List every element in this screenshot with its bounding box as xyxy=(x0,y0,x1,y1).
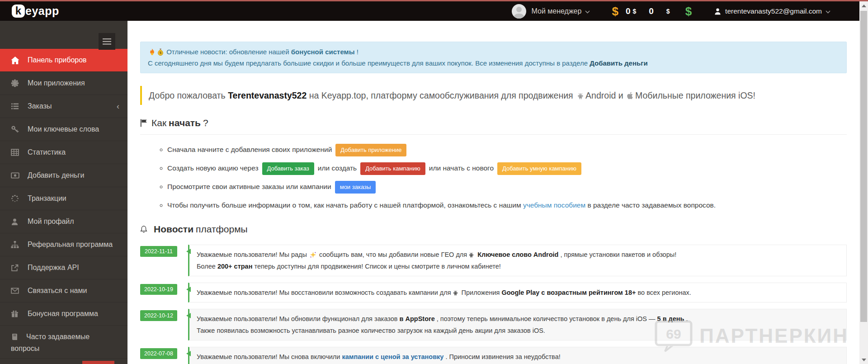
main-content: $ Отличные новости: обновление нашей бон… xyxy=(127,21,859,364)
triangle-up-icon xyxy=(862,5,866,7)
hamburger-icon xyxy=(103,38,111,45)
android-icon xyxy=(576,92,585,100)
envelope-icon xyxy=(11,288,20,294)
android-icon xyxy=(452,289,459,296)
manager-label: Мой менеджер xyxy=(532,7,582,15)
add-application-button[interactable]: Добавить приложение xyxy=(335,144,406,156)
alert-add-money-link[interactable]: Добавить деньги xyxy=(590,59,647,67)
orders-list-icon xyxy=(11,103,20,110)
svg-text:$: $ xyxy=(160,51,162,55)
sidebar-item-api-support[interactable]: Поддержка API xyxy=(0,256,127,279)
sidebar-item-contact[interactable]: Связаться с нами xyxy=(0,279,127,303)
sidebar-nav: Панель приборов Мои приложения Заказы ‹ … xyxy=(0,49,127,359)
tutorial-link[interactable]: учебным пособием xyxy=(523,201,585,209)
home-icon xyxy=(11,57,20,64)
news-item: 2022-10-19 Уважаемые пользователи! Мы во… xyxy=(140,283,847,303)
my-orders-button[interactable]: мои заказы xyxy=(335,181,376,194)
sparkle-icon xyxy=(310,251,316,258)
account-menu[interactable]: terentevanasty522@gmail.com xyxy=(714,7,830,15)
how-to-item-view-orders: Просмотрите свои активные заказы или кам… xyxy=(167,181,847,194)
chevron-down-icon xyxy=(826,7,830,15)
account-email: terentevanasty522@gmail.com xyxy=(725,7,822,15)
scrollbar-thumb[interactable] xyxy=(860,11,867,322)
welcome-banner: Добро пожаловать Terentevanasty522 на Ke… xyxy=(140,86,847,105)
profile-user-icon xyxy=(11,218,20,226)
news-list: 2022-11-11 Уважаемые пользователи! Мы ра… xyxy=(140,245,847,364)
gift-icon xyxy=(11,310,20,318)
bonus-currency: $ xyxy=(666,8,670,15)
cpi-campaigns-link[interactable]: кампании с ценой за установку xyxy=(342,353,443,360)
news-date-badge: 2022-07-08 xyxy=(140,348,177,359)
spinner-icon xyxy=(11,194,20,203)
external-link-icon xyxy=(11,264,20,272)
balance-currency: $ xyxy=(632,8,636,15)
news-body: Уважаемые пользователи! Мы обновили функ… xyxy=(188,309,847,340)
sidebar-item-faq[interactable]: Часто задаваемые вопросы xyxy=(0,326,127,359)
balance-amount: 0 xyxy=(626,6,631,16)
scroll-down-button[interactable] xyxy=(859,355,868,364)
sidebar-item-add-money[interactable]: Добавить деньги xyxy=(0,164,127,187)
user-icon xyxy=(714,8,721,15)
news-date-badge: 2022-11-11 xyxy=(140,246,177,257)
sidebar-item-statistics[interactable]: Статистика xyxy=(0,141,127,164)
page-scrollbar[interactable] xyxy=(859,1,868,364)
bonus-news-alert: $ Отличные новости: обновление нашей бон… xyxy=(140,42,847,73)
platform-news-heading: Новости платформы xyxy=(140,224,847,235)
balances: $ 0 $ 0 $ $ xyxy=(612,5,692,17)
news-body: Уважаемые пользователи! Мы рады сообщить… xyxy=(188,245,847,276)
topbar: k eyapp Мой менеджер $ 0 $ 0 $ $ terente… xyxy=(0,1,859,21)
android-icon xyxy=(468,251,475,258)
sitemap-icon xyxy=(11,241,20,248)
manager-avatar xyxy=(512,4,526,19)
apps-icon xyxy=(11,79,20,87)
news-item: 2022-11-11 Уважаемые пользователи! Мы ра… xyxy=(140,245,847,276)
sidebar-toggle-button[interactable] xyxy=(99,33,115,50)
keyapp-logo[interactable]: k eyapp xyxy=(12,5,59,18)
sidebar-item-my-apps[interactable]: Мои приложения xyxy=(0,72,127,95)
add-order-button[interactable]: Добавить заказ xyxy=(262,162,314,175)
how-to-item-add-app: Сначала начните с добавления своих прило… xyxy=(167,144,847,156)
manager-menu[interactable]: Мой менеджер xyxy=(512,4,590,19)
bonus-dollar-icon[interactable]: $ xyxy=(685,5,692,17)
sidebar-item-bonus[interactable]: Бонусная программа xyxy=(0,303,127,326)
add-campaign-button[interactable]: Добавить кампанию xyxy=(360,162,425,175)
news-body: Уважаемые пользователи! Мы восстановили … xyxy=(188,283,847,303)
flag-icon xyxy=(140,119,147,127)
sidebar-item-profile[interactable]: Мой профайл xyxy=(0,210,127,233)
fire-icon xyxy=(149,48,156,56)
moneybag-icon: $ xyxy=(157,48,164,56)
banknote-icon xyxy=(11,172,20,179)
sidebar-item-referral[interactable]: Реферальная программа xyxy=(0,233,127,256)
sidebar-item-keywords[interactable]: Мои ключевые слова xyxy=(0,118,127,141)
chevron-down-icon xyxy=(585,7,590,15)
news-item: 2022-10-12 Уважаемые пользователи! Мы об… xyxy=(140,309,847,340)
logo-text: eyapp xyxy=(25,5,59,18)
book-icon xyxy=(11,333,20,340)
scroll-up-button[interactable] xyxy=(859,1,868,10)
add-money-dollar-icon[interactable]: $ xyxy=(612,5,618,17)
heading-divider xyxy=(140,134,847,135)
table-icon xyxy=(11,149,20,156)
bonus-amount: 0 xyxy=(649,6,654,16)
page-top-accent-line xyxy=(0,0,868,1)
how-to-start-heading: Какначать? xyxy=(140,118,847,128)
how-to-item-create-promo: Создать новую акцию черезДобавить закази… xyxy=(167,162,847,175)
alert-line-1: $ Отличные новости: обновление нашей бон… xyxy=(148,46,839,57)
sidebar-bottom-stub xyxy=(82,361,114,364)
sidebar-item-dashboard[interactable]: Панель приборов xyxy=(0,49,127,72)
username: Terentevanasty522 xyxy=(228,90,307,100)
apple-icon xyxy=(627,92,634,100)
add-smart-campaign-button[interactable]: Добавить умную кампанию xyxy=(497,162,581,175)
triangle-down-icon xyxy=(862,359,866,361)
news-item: 2022-07-08 Уважаемые пользователи! Мы сн… xyxy=(140,347,847,364)
avatar-person-icon xyxy=(512,4,526,19)
sidebar-item-orders[interactable]: Заказы ‹ xyxy=(0,95,127,118)
news-date-badge: 2022-10-12 xyxy=(140,310,177,321)
logo-k-icon: k xyxy=(12,5,25,18)
key-icon xyxy=(11,125,20,133)
alert-line-2: С сегодняшнего дня мы будем предлагать б… xyxy=(148,57,839,69)
news-body: Уважаемые пользователи! Мы снова включил… xyxy=(188,347,847,364)
bell-icon xyxy=(140,225,147,234)
sidebar-item-transactions[interactable]: Транзакции xyxy=(0,187,127,210)
sidebar: Панель приборов Мои приложения Заказы ‹ … xyxy=(0,21,127,364)
